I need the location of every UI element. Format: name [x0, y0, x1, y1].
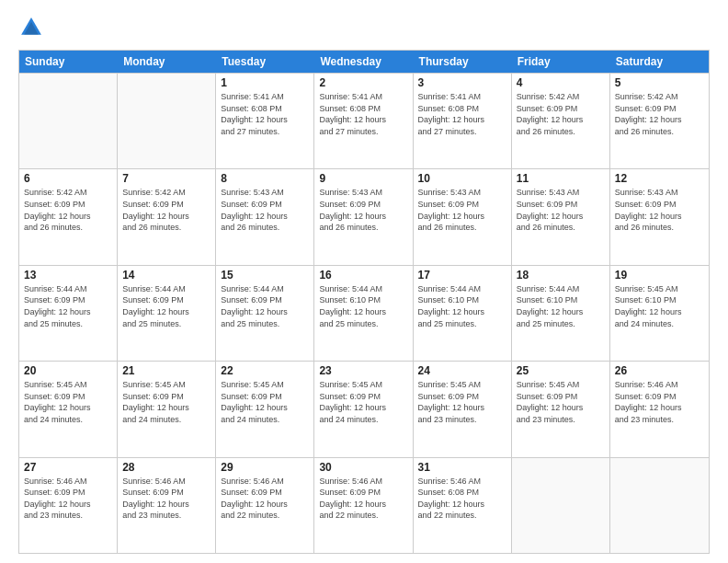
day-number: 15 [221, 269, 309, 282]
day-number: 28 [122, 461, 210, 474]
day-info: Sunrise: 5:43 AM Sunset: 6:09 PM Dayligh… [418, 187, 506, 233]
day-cell-31: 31Sunrise: 5:46 AM Sunset: 6:08 PM Dayli… [414, 458, 512, 553]
day-number: 30 [319, 461, 407, 474]
day-number: 21 [122, 364, 210, 377]
day-info: Sunrise: 5:45 AM Sunset: 6:09 PM Dayligh… [122, 379, 210, 425]
day-number: 13 [24, 269, 112, 282]
day-number: 26 [615, 364, 704, 377]
day-info: Sunrise: 5:44 AM Sunset: 6:10 PM Dayligh… [418, 283, 506, 329]
day-cell-28: 28Sunrise: 5:46 AM Sunset: 6:09 PM Dayli… [118, 458, 216, 553]
day-info: Sunrise: 5:44 AM Sunset: 6:09 PM Dayligh… [122, 283, 210, 329]
day-cell-20: 20Sunrise: 5:45 AM Sunset: 6:09 PM Dayli… [19, 362, 118, 456]
week-row-2: 6Sunrise: 5:42 AM Sunset: 6:09 PM Daylig… [19, 168, 709, 264]
day-cell-13: 13Sunrise: 5:44 AM Sunset: 6:09 PM Dayli… [19, 266, 118, 361]
day-cell-26: 26Sunrise: 5:46 AM Sunset: 6:09 PM Dayli… [610, 362, 709, 456]
day-cell-1: 1Sunrise: 5:41 AM Sunset: 6:08 PM Daylig… [216, 74, 314, 168]
day-cell-12: 12Sunrise: 5:43 AM Sunset: 6:09 PM Dayli… [610, 169, 709, 264]
day-number: 22 [221, 364, 309, 377]
day-info: Sunrise: 5:46 AM Sunset: 6:09 PM Dayligh… [122, 476, 210, 522]
day-header-sunday: Sunday [19, 51, 118, 73]
day-cell-7: 7Sunrise: 5:42 AM Sunset: 6:09 PM Daylig… [118, 169, 216, 264]
day-info: Sunrise: 5:43 AM Sunset: 6:09 PM Dayligh… [221, 187, 309, 233]
day-number: 6 [24, 172, 112, 185]
day-header-wednesday: Wednesday [314, 51, 413, 73]
day-cell-3: 3Sunrise: 5:41 AM Sunset: 6:08 PM Daylig… [414, 74, 512, 168]
day-info: Sunrise: 5:43 AM Sunset: 6:09 PM Dayligh… [615, 187, 704, 233]
day-number: 27 [24, 461, 112, 474]
day-info: Sunrise: 5:46 AM Sunset: 6:08 PM Dayligh… [418, 476, 506, 522]
day-number: 20 [24, 364, 112, 377]
week-row-5: 27Sunrise: 5:46 AM Sunset: 6:09 PM Dayli… [19, 457, 709, 553]
day-info: Sunrise: 5:46 AM Sunset: 6:09 PM Dayligh… [319, 476, 407, 522]
day-number: 1 [221, 76, 309, 89]
day-info: Sunrise: 5:46 AM Sunset: 6:09 PM Dayligh… [221, 476, 309, 522]
week-row-4: 20Sunrise: 5:45 AM Sunset: 6:09 PM Dayli… [19, 361, 709, 456]
day-info: Sunrise: 5:43 AM Sunset: 6:09 PM Dayligh… [517, 187, 605, 233]
calendar-header: SundayMondayTuesdayWednesdayThursdayFrid… [19, 51, 709, 73]
day-header-friday: Friday [512, 51, 610, 73]
day-cell-14: 14Sunrise: 5:44 AM Sunset: 6:09 PM Dayli… [118, 266, 216, 361]
day-cell-15: 15Sunrise: 5:44 AM Sunset: 6:09 PM Dayli… [216, 266, 314, 361]
day-info: Sunrise: 5:43 AM Sunset: 6:09 PM Dayligh… [319, 187, 407, 233]
day-info: Sunrise: 5:45 AM Sunset: 6:09 PM Dayligh… [517, 379, 605, 425]
day-info: Sunrise: 5:44 AM Sunset: 6:10 PM Dayligh… [517, 283, 605, 329]
day-number: 23 [319, 364, 407, 377]
calendar-body: 1Sunrise: 5:41 AM Sunset: 6:08 PM Daylig… [19, 73, 709, 553]
day-header-thursday: Thursday [414, 51, 512, 73]
day-number: 4 [517, 76, 605, 89]
day-info: Sunrise: 5:42 AM Sunset: 6:09 PM Dayligh… [517, 91, 605, 137]
empty-cell-4-5 [512, 458, 610, 553]
day-number: 9 [319, 172, 407, 185]
day-info: Sunrise: 5:45 AM Sunset: 6:09 PM Dayligh… [319, 379, 407, 425]
day-cell-24: 24Sunrise: 5:45 AM Sunset: 6:09 PM Dayli… [414, 362, 512, 456]
empty-cell-4-6 [610, 458, 709, 553]
day-number: 8 [221, 172, 309, 185]
day-number: 17 [418, 269, 506, 282]
day-number: 12 [615, 172, 704, 185]
day-info: Sunrise: 5:46 AM Sunset: 6:09 PM Dayligh… [24, 476, 112, 522]
day-number: 19 [615, 269, 704, 282]
day-number: 24 [418, 364, 506, 377]
empty-cell-0-0 [19, 74, 118, 168]
week-row-1: 1Sunrise: 5:41 AM Sunset: 6:08 PM Daylig… [19, 73, 709, 168]
day-cell-27: 27Sunrise: 5:46 AM Sunset: 6:09 PM Dayli… [19, 458, 118, 553]
day-info: Sunrise: 5:41 AM Sunset: 6:08 PM Dayligh… [418, 91, 506, 137]
day-header-tuesday: Tuesday [216, 51, 314, 73]
day-cell-8: 8Sunrise: 5:43 AM Sunset: 6:09 PM Daylig… [216, 169, 314, 264]
day-info: Sunrise: 5:45 AM Sunset: 6:10 PM Dayligh… [615, 283, 704, 329]
page: SundayMondayTuesdayWednesdayThursdayFrid… [0, 0, 728, 563]
day-info: Sunrise: 5:45 AM Sunset: 6:09 PM Dayligh… [418, 379, 506, 425]
day-info: Sunrise: 5:41 AM Sunset: 6:08 PM Dayligh… [319, 91, 407, 137]
day-cell-11: 11Sunrise: 5:43 AM Sunset: 6:09 PM Dayli… [512, 169, 610, 264]
day-cell-4: 4Sunrise: 5:42 AM Sunset: 6:09 PM Daylig… [512, 74, 610, 168]
day-cell-19: 19Sunrise: 5:45 AM Sunset: 6:10 PM Dayli… [610, 266, 709, 361]
day-cell-29: 29Sunrise: 5:46 AM Sunset: 6:09 PM Dayli… [216, 458, 314, 553]
day-number: 14 [122, 269, 210, 282]
day-cell-10: 10Sunrise: 5:43 AM Sunset: 6:09 PM Dayli… [414, 169, 512, 264]
day-cell-21: 21Sunrise: 5:45 AM Sunset: 6:09 PM Dayli… [118, 362, 216, 456]
calendar: SundayMondayTuesdayWednesdayThursdayFrid… [18, 50, 710, 554]
day-cell-30: 30Sunrise: 5:46 AM Sunset: 6:09 PM Dayli… [314, 458, 413, 553]
day-number: 10 [418, 172, 506, 185]
week-row-3: 13Sunrise: 5:44 AM Sunset: 6:09 PM Dayli… [19, 265, 709, 361]
day-info: Sunrise: 5:44 AM Sunset: 6:10 PM Dayligh… [319, 283, 407, 329]
day-cell-23: 23Sunrise: 5:45 AM Sunset: 6:09 PM Dayli… [314, 362, 413, 456]
day-number: 2 [319, 76, 407, 89]
day-info: Sunrise: 5:44 AM Sunset: 6:09 PM Dayligh… [24, 283, 112, 329]
day-number: 18 [517, 269, 605, 282]
day-header-monday: Monday [118, 51, 216, 73]
logo-icon [18, 15, 44, 40]
day-info: Sunrise: 5:42 AM Sunset: 6:09 PM Dayligh… [122, 187, 210, 233]
day-info: Sunrise: 5:42 AM Sunset: 6:09 PM Dayligh… [24, 187, 112, 233]
day-number: 7 [122, 172, 210, 185]
day-cell-9: 9Sunrise: 5:43 AM Sunset: 6:09 PM Daylig… [314, 169, 413, 264]
day-info: Sunrise: 5:42 AM Sunset: 6:09 PM Dayligh… [615, 91, 704, 137]
day-info: Sunrise: 5:45 AM Sunset: 6:09 PM Dayligh… [221, 379, 309, 425]
day-cell-2: 2Sunrise: 5:41 AM Sunset: 6:08 PM Daylig… [314, 74, 413, 168]
day-info: Sunrise: 5:44 AM Sunset: 6:09 PM Dayligh… [221, 283, 309, 329]
day-cell-6: 6Sunrise: 5:42 AM Sunset: 6:09 PM Daylig… [19, 169, 118, 264]
day-cell-17: 17Sunrise: 5:44 AM Sunset: 6:10 PM Dayli… [414, 266, 512, 361]
logo [18, 15, 48, 40]
day-info: Sunrise: 5:45 AM Sunset: 6:09 PM Dayligh… [24, 379, 112, 425]
day-number: 3 [418, 76, 506, 89]
